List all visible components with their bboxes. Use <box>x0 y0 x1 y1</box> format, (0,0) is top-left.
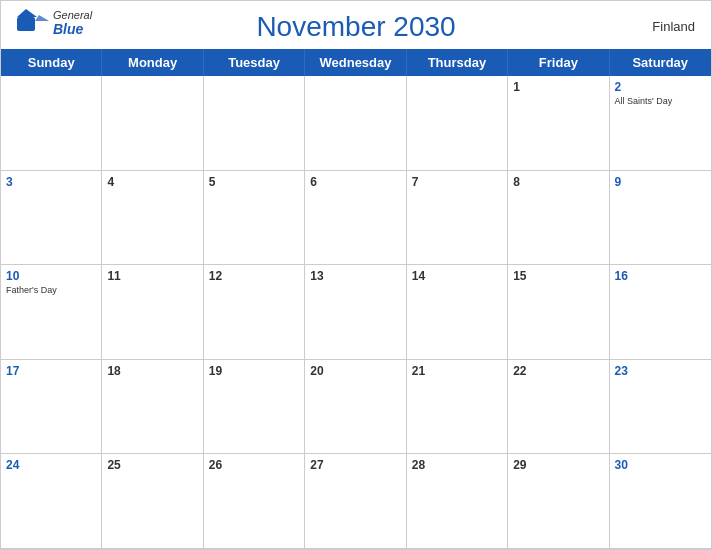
logo: General Blue <box>17 9 92 37</box>
calendar-cell <box>102 76 203 171</box>
calendar-cell: 6 <box>305 171 406 266</box>
calendar-cell: 21 <box>407 360 508 455</box>
calendar-grid: 12All Saints' Day345678910Father's Day11… <box>1 76 711 549</box>
cell-date: 30 <box>615 458 706 472</box>
calendar-cell: 29 <box>508 454 609 549</box>
cell-date: 4 <box>107 175 197 189</box>
calendar-cell: 4 <box>102 171 203 266</box>
calendar-cell <box>204 76 305 171</box>
calendar-cell: 27 <box>305 454 406 549</box>
calendar-cell: 19 <box>204 360 305 455</box>
calendar-cell: 8 <box>508 171 609 266</box>
cell-date: 25 <box>107 458 197 472</box>
days-header: Sunday Monday Tuesday Wednesday Thursday… <box>1 49 711 76</box>
cell-date: 26 <box>209 458 299 472</box>
day-friday: Friday <box>508 49 609 76</box>
cell-date: 3 <box>6 175 96 189</box>
cell-date: 6 <box>310 175 400 189</box>
cell-date: 18 <box>107 364 197 378</box>
svg-marker-2 <box>35 15 49 21</box>
calendar-cell: 16 <box>610 265 711 360</box>
calendar-cell: 9 <box>610 171 711 266</box>
calendar-cell: 17 <box>1 360 102 455</box>
calendar-cell: 14 <box>407 265 508 360</box>
calendar-cell: 26 <box>204 454 305 549</box>
calendar-cell: 11 <box>102 265 203 360</box>
cell-date: 15 <box>513 269 603 283</box>
cell-date: 9 <box>615 175 706 189</box>
calendar-cell: 20 <box>305 360 406 455</box>
cell-date: 23 <box>615 364 706 378</box>
logo-line2: Blue <box>53 21 92 37</box>
day-saturday: Saturday <box>610 49 711 76</box>
cell-date: 1 <box>513 80 603 94</box>
day-wednesday: Wednesday <box>305 49 406 76</box>
calendar-cell: 13 <box>305 265 406 360</box>
day-monday: Monday <box>102 49 203 76</box>
calendar-cell <box>305 76 406 171</box>
cell-date: 21 <box>412 364 502 378</box>
cell-date: 19 <box>209 364 299 378</box>
cell-date: 11 <box>107 269 197 283</box>
calendar-cell: 25 <box>102 454 203 549</box>
holiday-name: All Saints' Day <box>615 96 706 106</box>
logo-line1: General <box>53 9 92 21</box>
cell-date: 5 <box>209 175 299 189</box>
cell-date: 14 <box>412 269 502 283</box>
calendar-container: General Blue November 2030 Finland Sunda… <box>0 0 712 550</box>
holiday-name: Father's Day <box>6 285 96 295</box>
cell-date: 8 <box>513 175 603 189</box>
day-thursday: Thursday <box>407 49 508 76</box>
calendar-cell: 28 <box>407 454 508 549</box>
logo-icon <box>17 9 49 37</box>
calendar-cell: 5 <box>204 171 305 266</box>
calendar-cell: 30 <box>610 454 711 549</box>
day-sunday: Sunday <box>1 49 102 76</box>
svg-rect-0 <box>17 17 35 31</box>
cell-date: 22 <box>513 364 603 378</box>
cell-date: 17 <box>6 364 96 378</box>
calendar-cell: 3 <box>1 171 102 266</box>
calendar-header: General Blue November 2030 Finland <box>1 1 711 49</box>
country-label: Finland <box>652 19 695 34</box>
calendar-cell: 10Father's Day <box>1 265 102 360</box>
calendar-cell: 22 <box>508 360 609 455</box>
cell-date: 28 <box>412 458 502 472</box>
svg-marker-1 <box>17 9 37 17</box>
calendar-cell: 18 <box>102 360 203 455</box>
calendar-cell <box>1 76 102 171</box>
cell-date: 27 <box>310 458 400 472</box>
calendar-cell: 23 <box>610 360 711 455</box>
cell-date: 24 <box>6 458 96 472</box>
day-tuesday: Tuesday <box>204 49 305 76</box>
calendar-cell: 7 <box>407 171 508 266</box>
cell-date: 13 <box>310 269 400 283</box>
calendar-cell: 24 <box>1 454 102 549</box>
cell-date: 16 <box>615 269 706 283</box>
cell-date: 2 <box>615 80 706 94</box>
cell-date: 20 <box>310 364 400 378</box>
cell-date: 10 <box>6 269 96 283</box>
cell-date: 29 <box>513 458 603 472</box>
calendar-cell: 2All Saints' Day <box>610 76 711 171</box>
calendar-cell: 15 <box>508 265 609 360</box>
calendar-cell <box>407 76 508 171</box>
calendar-cell: 1 <box>508 76 609 171</box>
calendar-title: November 2030 <box>256 11 455 43</box>
cell-date: 7 <box>412 175 502 189</box>
cell-date: 12 <box>209 269 299 283</box>
calendar-cell: 12 <box>204 265 305 360</box>
